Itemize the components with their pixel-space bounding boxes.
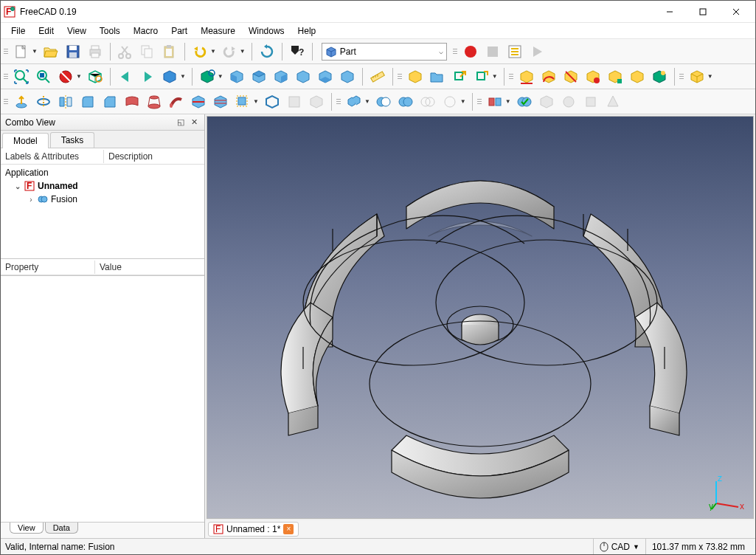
extrude-button[interactable] xyxy=(11,92,32,112)
tree-item-fusion[interactable]: › Fusion xyxy=(1,193,204,206)
property-header-value[interactable]: Value xyxy=(95,261,126,274)
tree-view[interactable]: Application ⌄ F Unnamed › Fusion xyxy=(1,165,204,259)
measure-toggle3d-button[interactable] xyxy=(627,66,648,87)
undo-dropdown[interactable]: ▼ xyxy=(210,48,216,55)
macro-list-button[interactable] xyxy=(504,41,525,62)
tree-application[interactable]: Application xyxy=(1,166,204,179)
shape-builder-button[interactable] xyxy=(558,92,579,112)
toolbar-grip[interactable] xyxy=(398,67,402,86)
compound-dropdown[interactable]: ▼ xyxy=(364,98,370,105)
offset3d-button[interactable] xyxy=(232,92,253,112)
measure-distance-button[interactable] xyxy=(367,66,388,87)
save-button[interactable] xyxy=(63,41,83,62)
primitives-button[interactable] xyxy=(603,92,623,112)
menu-edit[interactable]: Edit xyxy=(32,24,60,38)
property-body[interactable] xyxy=(1,275,204,522)
close-panel-button[interactable]: ✕ xyxy=(188,117,200,128)
view-top-button[interactable] xyxy=(249,66,269,87)
measure-clear-button[interactable] xyxy=(583,66,603,87)
split-button[interactable] xyxy=(485,92,505,112)
link-make-button[interactable] xyxy=(449,66,470,87)
new-dropdown[interactable]: ▼ xyxy=(32,48,38,55)
menu-macro[interactable]: Macro xyxy=(128,24,164,38)
fit-all-button[interactable] xyxy=(11,66,32,87)
tab-tasks[interactable]: Tasks xyxy=(50,132,95,148)
chamfer-button[interactable] xyxy=(100,92,120,112)
3d-viewport[interactable]: x y z xyxy=(207,116,754,519)
close-button[interactable] xyxy=(719,1,752,22)
tree-document[interactable]: ⌄ F Unnamed xyxy=(1,179,204,193)
tab-data[interactable]: Data xyxy=(45,523,78,534)
create-group-button[interactable] xyxy=(427,66,448,87)
menu-file[interactable]: File xyxy=(5,24,31,38)
new-button[interactable] xyxy=(11,41,32,62)
ruled-surface-button[interactable] xyxy=(122,92,142,112)
undo-button[interactable] xyxy=(190,41,210,62)
property-header-property[interactable]: Property xyxy=(1,261,95,274)
tab-model[interactable]: Model xyxy=(2,133,49,148)
toolbar-grip[interactable] xyxy=(453,42,457,61)
revolve-button[interactable] xyxy=(33,92,54,112)
copy-button[interactable] xyxy=(137,41,158,62)
color-per-face-button[interactable] xyxy=(306,92,327,112)
nav-style-selector[interactable]: CAD ▼ xyxy=(593,539,645,554)
menu-measure[interactable]: Measure xyxy=(195,24,241,38)
nav-left-button[interactable] xyxy=(115,66,136,87)
bounding-box-button[interactable] xyxy=(85,66,105,87)
mirror-button[interactable] xyxy=(55,92,76,112)
menu-windows[interactable]: Windows xyxy=(243,24,291,38)
open-button[interactable] xyxy=(41,41,61,62)
macro-record-button[interactable] xyxy=(460,41,481,62)
projection-button[interactable] xyxy=(284,92,305,112)
view-rear-button[interactable] xyxy=(293,66,313,87)
fillet-button[interactable] xyxy=(77,92,98,112)
cross-sections-button[interactable] xyxy=(210,92,231,112)
link-actions-dropdown[interactable]: ▼ xyxy=(492,73,498,80)
menu-part[interactable]: Part xyxy=(165,24,193,38)
cut-button[interactable] xyxy=(115,41,136,62)
measure-refresh-button[interactable] xyxy=(561,66,581,87)
sweep-button[interactable] xyxy=(166,92,187,112)
menu-help[interactable]: Help xyxy=(292,24,322,38)
measure-delta-button[interactable] xyxy=(649,66,670,87)
redo-button[interactable] xyxy=(219,41,240,62)
toolbar-grip[interactable] xyxy=(4,42,8,61)
part-box-button[interactable] xyxy=(687,66,707,87)
toolbar-grip[interactable] xyxy=(336,92,341,111)
draw-style-button[interactable] xyxy=(55,66,76,87)
toolbar-grip[interactable] xyxy=(4,92,8,111)
isometric-button[interactable] xyxy=(197,66,218,87)
link-nav-button[interactable] xyxy=(159,66,180,87)
view-left-button[interactable] xyxy=(337,66,358,87)
attachment-button[interactable] xyxy=(580,92,601,112)
measure-angular-button[interactable] xyxy=(538,66,559,87)
tree-header-description[interactable]: Description xyxy=(104,150,157,163)
section-button[interactable] xyxy=(188,92,209,112)
draw-style-dropdown[interactable]: ▼ xyxy=(76,73,82,80)
view-bottom-button[interactable] xyxy=(315,66,336,87)
primitives-dropdown[interactable]: ▼ xyxy=(707,73,713,80)
boolean-union-button[interactable] xyxy=(395,92,416,112)
view-right-button[interactable] xyxy=(271,66,291,87)
view-front-button[interactable] xyxy=(226,66,247,87)
menu-tools[interactable]: Tools xyxy=(94,24,126,38)
toolbar-grip[interactable] xyxy=(679,67,684,86)
boolean-cut-button[interactable] xyxy=(373,92,394,112)
defeaturing-button[interactable] xyxy=(536,92,557,112)
nav-right-button[interactable] xyxy=(137,66,158,87)
measure-linear-button[interactable] xyxy=(516,66,537,87)
offset-dropdown[interactable]: ▼ xyxy=(253,98,259,105)
link-actions-button[interactable] xyxy=(471,66,492,87)
join-dropdown[interactable]: ▼ xyxy=(460,98,466,105)
toolbar-grip[interactable] xyxy=(4,67,8,86)
fit-selection-button[interactable] xyxy=(33,66,54,87)
workbench-selector[interactable]: Part ⌵ xyxy=(322,43,447,61)
check-geometry-button[interactable] xyxy=(514,92,535,112)
macro-stop-button[interactable] xyxy=(482,41,503,62)
iso-dropdown[interactable]: ▼ xyxy=(218,73,223,80)
redo-dropdown[interactable]: ▼ xyxy=(240,48,246,55)
compound-button[interactable] xyxy=(344,92,364,112)
tab-view[interactable]: View xyxy=(10,523,44,534)
thickness-button[interactable] xyxy=(262,92,282,112)
toolbar-grip[interactable] xyxy=(477,92,482,111)
